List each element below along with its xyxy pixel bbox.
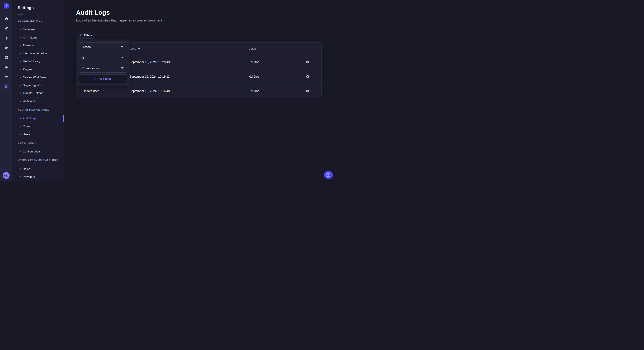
- layout-icon: [4, 55, 8, 59]
- home-icon: [4, 16, 8, 21]
- sidebar-item-media-library[interactable]: Media Library: [12, 57, 64, 65]
- help-button[interactable]: ?: [324, 171, 333, 179]
- bullet-icon: [20, 118, 21, 119]
- sidebar-item-label: Audit Logs: [23, 117, 36, 120]
- column-header-date[interactable]: DATE: [130, 47, 249, 50]
- filters-button-label: Filters: [84, 34, 92, 37]
- cloud-icon: [4, 65, 8, 69]
- settings-subnav: Settings GLOBAL SETTINGS Overview API To…: [12, 0, 64, 181]
- cell-user: Kai Doe: [249, 75, 300, 78]
- nav-content-button[interactable]: [3, 25, 10, 32]
- sidebar-item-webhooks[interactable]: Webhooks: [12, 97, 64, 105]
- section-heading-administration-panel: ADMINISTRATION PANEL: [12, 105, 64, 114]
- view-details-button[interactable]: [304, 73, 311, 80]
- active-indicator: [63, 115, 64, 122]
- column-header-user: USER: [249, 47, 300, 50]
- main-nav-rail: KD: [0, 0, 12, 181]
- sidebar-item-label: Media Library: [23, 60, 40, 63]
- nav-media-library-button[interactable]: [3, 44, 10, 51]
- sidebar-item-label: API Tokens: [23, 36, 37, 39]
- sidebar-item-releases[interactable]: Releases: [12, 41, 64, 49]
- nav-deploy-button[interactable]: [3, 64, 10, 71]
- sidebar-item-transfer-tokens[interactable]: Transfer Tokens: [12, 89, 64, 97]
- bullet-icon: [20, 169, 21, 170]
- eye-icon: [306, 75, 310, 78]
- bullet-icon: [20, 37, 21, 38]
- sidebar-item-internationalization[interactable]: Internationalization: [12, 49, 64, 57]
- subnav-title: Settings: [18, 5, 34, 10]
- sidebar-item-single-sign-on[interactable]: Single Sign-On: [12, 81, 64, 89]
- feather-icon: [4, 26, 8, 30]
- paper-plane-icon: [4, 36, 8, 40]
- sidebar-item-email-configuration[interactable]: Configuration: [12, 148, 64, 156]
- gear-icon: [4, 84, 8, 89]
- bullet-icon: [20, 101, 21, 102]
- cart-icon: [4, 75, 8, 79]
- nav-home-button[interactable]: [3, 15, 10, 22]
- section-heading-email-plugin: EMAIL PLUGIN: [12, 138, 64, 148]
- images-icon: [4, 46, 8, 50]
- filter-value-select[interactable]: Create entry: [79, 64, 127, 72]
- view-details-button[interactable]: [304, 59, 311, 65]
- bullet-icon: [20, 69, 21, 70]
- chevron-down-icon: [121, 67, 124, 69]
- title-underline: [18, 14, 23, 15]
- sidebar-item-up-providers[interactable]: Providers: [12, 173, 64, 181]
- rail-divider: [0, 13, 12, 13]
- sidebar-item-label: Review Workflows: [23, 76, 46, 79]
- nav-marketplace-button[interactable]: [3, 74, 10, 80]
- sidebar-item-label: Roles: [23, 125, 30, 128]
- user-avatar[interactable]: KD: [3, 172, 10, 179]
- strapi-logo[interactable]: [4, 3, 9, 8]
- bullet-icon: [20, 85, 21, 86]
- sidebar-item-review-workflows[interactable]: Review Workflows: [12, 73, 64, 81]
- sidebar-item-admin-roles[interactable]: Roles: [12, 122, 64, 130]
- bullet-icon: [20, 151, 21, 152]
- bullet-icon: [20, 126, 21, 127]
- sidebar-item-label: Webhooks: [23, 100, 36, 103]
- filter-field-value: Action: [82, 45, 91, 49]
- eye-icon: [306, 90, 310, 93]
- filter-value-value: Create entry: [82, 67, 99, 70]
- add-filter-button[interactable]: + Add filter: [79, 74, 127, 83]
- cell-user: Kai Doe: [249, 89, 300, 93]
- sidebar-item-label: Single Sign-On: [23, 84, 42, 87]
- sidebar-item-label: Plugins: [23, 68, 32, 71]
- view-details-button[interactable]: [304, 88, 311, 94]
- bullet-icon: [20, 45, 21, 46]
- filter-operator-select[interactable]: is: [79, 53, 127, 62]
- chevron-down-icon: [121, 57, 124, 58]
- bullet-icon: [20, 61, 21, 62]
- sidebar-item-label: Releases: [23, 44, 35, 47]
- sidebar-item-overview[interactable]: Overview: [12, 25, 64, 33]
- sort-desc-icon: [138, 48, 140, 49]
- nav-settings-button[interactable]: [2, 83, 10, 90]
- cell-date: September 10, 2024, 10:20:43: [130, 60, 249, 64]
- strapi-admin: KD Settings GLOBAL SETTINGS Overview API…: [0, 0, 334, 181]
- sidebar-item-api-tokens[interactable]: API Tokens: [12, 33, 64, 41]
- sidebar-item-label: Providers: [23, 175, 35, 178]
- filter-icon: [79, 34, 82, 37]
- question-mark-icon: ?: [326, 173, 330, 177]
- add-filter-label: Add filter: [98, 77, 111, 80]
- filter-field-select[interactable]: Action: [79, 42, 127, 51]
- sidebar-item-label: Roles: [23, 167, 30, 171]
- nav-content-type-builder-button[interactable]: [3, 54, 10, 61]
- date-header-label: DATE: [130, 47, 136, 50]
- bullet-icon: [20, 53, 21, 54]
- sidebar-item-label: Internationalization: [23, 52, 47, 55]
- section-heading-users-permissions-plugin: USERS & PERMISSIONS PLUGIN: [12, 156, 64, 165]
- nav-releases-button[interactable]: [3, 35, 10, 41]
- cell-date: September 10, 2024, 10:19:11: [130, 75, 249, 78]
- sidebar-item-audit-logs[interactable]: Audit Logs: [12, 114, 64, 122]
- cell-action: Update user: [83, 89, 130, 93]
- section-heading-global-settings: GLOBAL SETTINGS: [12, 16, 64, 25]
- sidebar-item-admin-users[interactable]: Users: [12, 130, 64, 138]
- bullet-icon: [20, 77, 21, 78]
- sidebar-item-up-roles[interactable]: Roles: [12, 165, 64, 173]
- sidebar-item-label: Overview: [23, 28, 35, 31]
- filters-button[interactable]: Filters: [76, 32, 95, 38]
- rail-bottom-divider: [0, 169, 12, 170]
- filter-popover: Action is Create entry + Add filter: [76, 39, 130, 86]
- sidebar-item-plugins[interactable]: Plugins: [12, 65, 64, 73]
